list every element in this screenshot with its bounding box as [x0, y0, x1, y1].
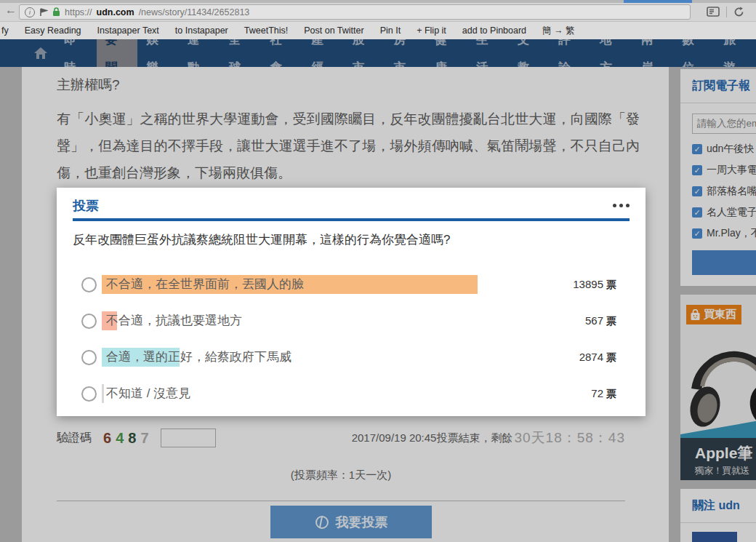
- toolbar-right: [707, 4, 744, 19]
- radio-button[interactable]: [81, 277, 97, 292]
- vote-number: 13895: [573, 278, 603, 290]
- vote-unit: 票: [606, 279, 616, 290]
- back-icon[interactable]: ←: [5, 4, 17, 17]
- poll-option-row: 不合適，抗議也要選地方567票: [57, 303, 646, 339]
- radio-button[interactable]: [81, 386, 97, 402]
- poll-option-row: 不合適，在全世界面前，丟國人的臉13895票: [57, 266, 646, 303]
- bookmark-item[interactable]: fy: [1, 25, 9, 36]
- radio-button[interactable]: [81, 314, 97, 329]
- poll-menu-button[interactable]: [613, 204, 630, 207]
- page-info-icon[interactable]: i: [25, 7, 35, 17]
- flag-icon[interactable]: [39, 8, 48, 17]
- poll-widget: 投票 反年改團體巨蛋外抗議蔡總統阻世大運開幕，這樣的行為你覺合適嗎? 不合適，在…: [57, 188, 646, 416]
- reader-mode-icon[interactable]: [707, 7, 720, 17]
- poll-option-text: 不知道 / 沒意見: [104, 386, 193, 400]
- poll-option-text: 不合適，在全世界面前，丟國人的臉: [104, 277, 306, 291]
- bookmark-item[interactable]: 簡 → 繁: [542, 25, 574, 37]
- poll-title-rule: [73, 218, 630, 221]
- vote-unit: 票: [606, 351, 616, 363]
- bookmark-item[interactable]: to Instapaper: [175, 25, 228, 36]
- poll-option-row: 合適，選的正好，給蔡政府下馬威2874票: [57, 339, 646, 375]
- poll-option-text: 合適，選的正好，給蔡政府下馬威: [104, 350, 294, 364]
- poll-option-label: 合適，選的正好，給蔡政府下馬威: [104, 348, 579, 367]
- url-domain: udn.com: [97, 7, 134, 17]
- lock-icon: [52, 7, 60, 17]
- url-path: /news/story/11434/2652813: [139, 7, 250, 17]
- poll-option-label: 不知道 / 沒意見: [104, 384, 591, 403]
- toolbar-separator: [726, 7, 727, 17]
- url-bar[interactable]: i https://udn.com/news/story/11434/26528…: [19, 4, 691, 20]
- poll-option-label: 不合適，在全世界面前，丟國人的臉: [104, 275, 573, 294]
- browser-toolbar: ← i https://udn.com/news/story/11434/265…: [0, 3, 756, 22]
- vote-unit: 票: [606, 315, 616, 327]
- vote-number: 567: [585, 314, 603, 327]
- radio-button[interactable]: [81, 350, 97, 365]
- bookmark-item[interactable]: add to Pinboard: [462, 25, 526, 36]
- poll-option-row: 不知道 / 沒意見72票: [57, 375, 646, 412]
- url-scheme: https://: [65, 7, 92, 17]
- screenshot-root: ← i https://udn.com/news/story/11434/265…: [0, 0, 756, 542]
- bookmark-item[interactable]: TweetThis!: [244, 25, 288, 36]
- bookmarks-bar: fyEasy ReadingInstapaper Textto Instapap…: [0, 22, 756, 39]
- poll-title: 投票: [73, 197, 99, 215]
- poll-vote-count: 567票: [585, 314, 616, 328]
- bookmark-item[interactable]: Instapaper Text: [97, 25, 159, 36]
- bookmark-item[interactable]: Easy Reading: [25, 25, 81, 36]
- reload-icon[interactable]: [733, 7, 744, 17]
- bookmark-item[interactable]: Pin It: [380, 25, 401, 36]
- poll-options: 不合適，在全世界面前，丟國人的臉13895票不合適，抗議也要選地方567票合適，…: [57, 266, 646, 412]
- poll-option-text: 不合適，抗議也要選地方: [104, 314, 244, 327]
- vote-unit: 票: [606, 388, 616, 399]
- poll-vote-count: 2874票: [579, 351, 616, 364]
- bookmark-item[interactable]: + Flip it: [417, 25, 446, 36]
- poll-question: 反年改團體巨蛋外抗議蔡總統阻世大運開幕，這樣的行為你覺合適嗎?: [73, 231, 630, 248]
- vote-number: 2874: [579, 351, 603, 363]
- bookmark-item[interactable]: Post on Twitter: [304, 25, 363, 36]
- poll-option-label: 不合適，抗議也要選地方: [104, 311, 585, 330]
- poll-vote-count: 13895票: [573, 278, 616, 292]
- vote-number: 72: [591, 387, 603, 399]
- poll-vote-count: 72票: [591, 387, 616, 401]
